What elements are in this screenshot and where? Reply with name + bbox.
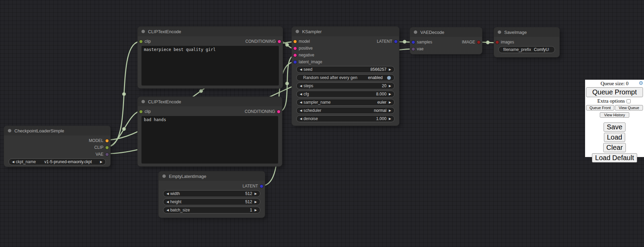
collapse-dot-icon[interactable] [8, 129, 11, 132]
output-slot-CONDITIONING[interactable]: CONDITIONING [245, 109, 280, 114]
collapse-dot-icon[interactable] [414, 30, 417, 34]
node-title-bar[interactable]: KSampler [292, 27, 399, 36]
widget-increment-icon[interactable]: ▶ [389, 68, 391, 71]
widget-cfg[interactable]: ◀cfg8.000▶ [296, 91, 395, 98]
output-slot-IMAGE[interactable]: IMAGE [462, 40, 480, 44]
node-title-bar[interactable]: VAEDecode [410, 27, 482, 37]
node-clip-text-encode-positive[interactable]: CLIPTextEncodeclipCONDITIONING [138, 27, 283, 88]
node-clip-text-encode-negative[interactable]: CLIPTextEncodeclipCONDITIONING [138, 97, 282, 166]
widget-sampler_name[interactable]: ◀sampler_nameeuler▶ [296, 99, 395, 106]
widget-increment-icon[interactable]: ▶ [389, 93, 391, 96]
collapse-dot-icon[interactable] [296, 30, 299, 33]
widget-decrement-icon[interactable]: ◀ [300, 84, 302, 88]
output-slot-MODEL[interactable]: MODEL [89, 138, 109, 143]
graph-canvas[interactable]: Queue size: 0 ⚙ Queue Prompt Extra optio… [0, 0, 644, 247]
widget-seed[interactable]: ◀seed8566257▶ [296, 66, 395, 73]
view-history-button[interactable]: View History [600, 112, 630, 118]
output-slot-VAE[interactable]: VAE [96, 152, 109, 157]
node-checkpoint-loader-simple[interactable]: CheckpointLoaderSimpleMODELCLIPVAE◀ckpt_… [4, 126, 110, 167]
node-vae-decode[interactable]: VAEDecodesamplesIMAGEvae [410, 27, 482, 54]
input-slot-dot-icon[interactable] [139, 40, 143, 43]
input-slot-images[interactable]: images [496, 40, 514, 44]
widget-filename_prefix[interactable]: filename_prefixComfyUI [498, 46, 555, 53]
collapse-dot-icon[interactable] [162, 174, 166, 178]
input-slot-samples[interactable]: samples [412, 40, 432, 44]
input-slot-dot-icon[interactable] [496, 41, 499, 44]
output-slot-dot-icon[interactable] [260, 185, 263, 188]
settings-gear-icon[interactable]: ⚙ [639, 81, 643, 86]
output-slot-dot-icon[interactable] [477, 41, 480, 44]
widget-denoise[interactable]: ◀denoise1.000▶ [296, 115, 395, 122]
widget-decrement-icon[interactable]: ◀ [300, 117, 302, 120]
output-slot-CONDITIONING[interactable]: CONDITIONING [245, 39, 281, 44]
output-slot-LATENT[interactable]: LATENT [243, 184, 263, 188]
input-slot-negative[interactable]: negative [294, 53, 314, 57]
input-slot-clip[interactable]: clip [139, 39, 151, 44]
widget-decrement-icon[interactable]: ◀ [300, 109, 302, 112]
node-title-bar[interactable]: CLIPTextEncode [138, 27, 283, 36]
node-title-bar[interactable]: EmptyLatentImage [159, 171, 265, 181]
widget-scheduler[interactable]: ◀schedulernormal▶ [296, 107, 395, 114]
node-title-bar[interactable]: CLIPTextEncode [138, 97, 282, 106]
widget-decrement-icon[interactable]: ◀ [166, 192, 169, 195]
widget-decrement-icon[interactable]: ◀ [300, 101, 302, 104]
clear-button[interactable]: Clear [603, 143, 626, 152]
input-slot-dot-icon[interactable] [294, 54, 297, 57]
widget-batch_size[interactable]: ◀batch_size1▶ [163, 207, 260, 213]
output-slot-dot-icon[interactable] [106, 153, 109, 156]
prompt-textarea[interactable] [141, 46, 279, 86]
widget-height[interactable]: ◀height512▶ [163, 198, 260, 205]
widget-increment-icon[interactable]: ▶ [389, 109, 391, 112]
save-button[interactable]: Save [604, 122, 626, 132]
node-empty-latent-image[interactable]: EmptyLatentImageLATENT◀width512▶◀height5… [159, 171, 265, 218]
node-title-bar[interactable]: SaveImage [494, 27, 559, 37]
prompt-textarea[interactable] [141, 116, 278, 164]
output-slot-dot-icon[interactable] [394, 40, 397, 43]
load-button[interactable]: Load [604, 133, 626, 142]
input-slot-vae[interactable]: vae [412, 47, 423, 51]
widget-increment-icon[interactable]: ▶ [255, 200, 257, 204]
widget-increment-icon[interactable]: ▶ [389, 84, 391, 88]
input-slot-dot-icon[interactable] [412, 48, 415, 51]
widget-steps[interactable]: ◀steps20▶ [296, 82, 395, 89]
widget-decrement-icon[interactable]: ◀ [300, 93, 302, 96]
output-slot-dot-icon[interactable] [277, 110, 280, 113]
input-slot-latent_image[interactable]: latent_image [294, 60, 322, 64]
node-title-bar[interactable]: CheckpointLoaderSimple [4, 126, 110, 135]
collapse-dot-icon[interactable] [141, 100, 145, 103]
input-slot-dot-icon[interactable] [294, 61, 297, 64]
load-default-button[interactable]: Load Default [592, 153, 637, 162]
widget-random-seed-after-every-gen[interactable]: Random seed after every genenabled [296, 74, 395, 81]
node-save-image[interactable]: SaveImageimagesfilename_prefixComfyUI [494, 27, 559, 57]
input-slot-model[interactable]: model [294, 39, 310, 44]
input-slot-dot-icon[interactable] [294, 40, 297, 43]
widget-decrement-icon[interactable]: ◀ [12, 160, 14, 164]
widget-increment-icon[interactable]: ▶ [100, 160, 102, 164]
widget-decrement-icon[interactable]: ◀ [166, 209, 169, 212]
input-slot-positive[interactable]: positive [294, 46, 313, 51]
queue-prompt-button[interactable]: Queue Prompt [586, 87, 643, 97]
widget-ckpt_name[interactable]: ◀ckpt_namev1-5-pruned-emaonly.ckpt▶ [9, 158, 106, 165]
collapse-dot-icon[interactable] [141, 30, 145, 33]
toggle-on-icon[interactable] [387, 76, 391, 80]
widget-increment-icon[interactable]: ▶ [389, 117, 391, 120]
output-slot-dot-icon[interactable] [106, 146, 109, 149]
output-slot-dot-icon[interactable] [278, 40, 281, 43]
output-slot-CLIP[interactable]: CLIP [94, 145, 109, 150]
extra-options-checkbox[interactable] [627, 99, 631, 103]
input-slot-dot-icon[interactable] [139, 110, 143, 113]
view-queue-button[interactable]: View Queue [615, 105, 643, 110]
widget-width[interactable]: ◀width512▶ [163, 190, 260, 197]
output-slot-LATENT[interactable]: LATENT [377, 39, 397, 44]
widget-increment-icon[interactable]: ▶ [255, 209, 257, 212]
node-ksampler[interactable]: KSamplermodelLATENTpositivenegativelaten… [292, 27, 399, 126]
widget-increment-icon[interactable]: ▶ [389, 101, 391, 104]
widget-decrement-icon[interactable]: ◀ [166, 200, 169, 204]
output-slot-dot-icon[interactable] [106, 139, 109, 142]
input-slot-dot-icon[interactable] [294, 47, 297, 50]
widget-increment-icon[interactable]: ▶ [255, 192, 257, 195]
queue-front-button[interactable]: Queue Front [586, 105, 614, 110]
input-slot-clip[interactable]: clip [139, 109, 151, 114]
collapse-dot-icon[interactable] [498, 30, 501, 34]
widget-decrement-icon[interactable]: ◀ [300, 68, 302, 71]
